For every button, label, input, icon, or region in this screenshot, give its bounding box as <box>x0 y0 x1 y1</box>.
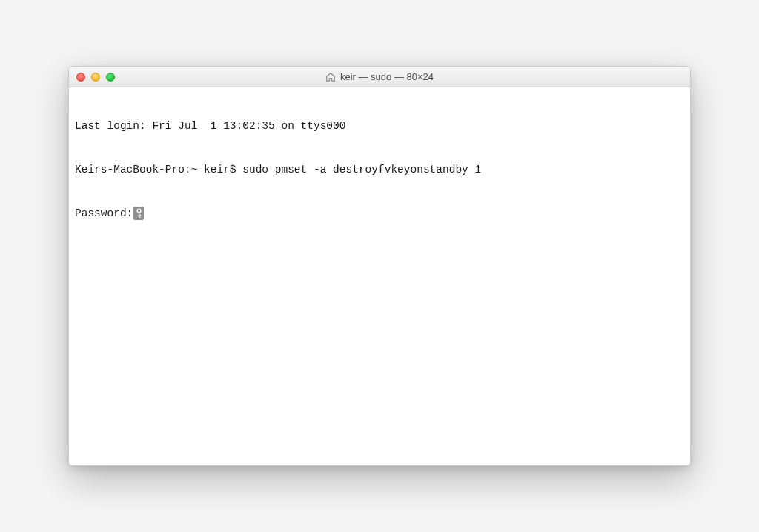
minimize-button[interactable] <box>91 73 100 82</box>
titlebar[interactable]: keir — sudo — 80×24 <box>69 67 690 87</box>
last-login-line: Last login: Fri Jul 1 13:02:35 on ttys00… <box>75 119 684 134</box>
window-title: keir — sudo — 80×24 <box>340 71 434 82</box>
traffic-lights <box>76 73 115 82</box>
command-line: Keirs-MacBook-Pro:~ keir$ sudo pmset -a … <box>75 163 684 178</box>
window-title-container: keir — sudo — 80×24 <box>325 71 434 82</box>
entered-command: sudo pmset -a destroyfvkeyonstandby 1 <box>242 164 481 176</box>
shell-prompt: Keirs-MacBook-Pro:~ keir$ <box>75 164 242 176</box>
password-prompt-line: Password: <box>75 207 684 222</box>
terminal-window: keir — sudo — 80×24 Last login: Fri Jul … <box>68 66 691 466</box>
home-icon <box>325 72 336 82</box>
maximize-button[interactable] <box>106 73 115 82</box>
password-label: Password: <box>75 207 133 222</box>
svg-point-0 <box>137 209 141 213</box>
close-button[interactable] <box>76 73 85 82</box>
terminal-body[interactable]: Last login: Fri Jul 1 13:02:35 on ttys00… <box>69 87 690 465</box>
key-icon <box>133 207 144 220</box>
